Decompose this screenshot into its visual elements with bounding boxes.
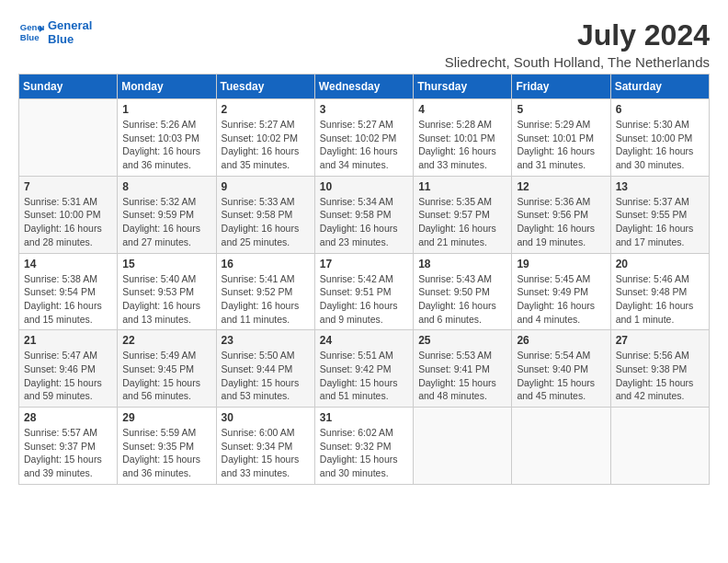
day-info: Sunrise: 5:28 AM Sunset: 10:01 PM Daylig…: [418, 118, 506, 172]
calendar-cell: 29Sunrise: 5:59 AM Sunset: 9:35 PM Dayli…: [118, 408, 216, 485]
calendar-week-row: 1Sunrise: 5:26 AM Sunset: 10:03 PM Dayli…: [19, 99, 710, 177]
calendar-cell: 20Sunrise: 5:46 AM Sunset: 9:48 PM Dayli…: [610, 253, 709, 330]
day-info: Sunrise: 5:56 AM Sunset: 9:38 PM Dayligh…: [616, 349, 704, 403]
day-number: 31: [320, 411, 408, 424]
day-info: Sunrise: 5:50 AM Sunset: 9:44 PM Dayligh…: [222, 349, 310, 403]
calendar-cell: 10Sunrise: 5:34 AM Sunset: 9:58 PM Dayli…: [314, 176, 413, 253]
calendar-cell: 1Sunrise: 5:26 AM Sunset: 10:03 PM Dayli…: [118, 99, 216, 177]
calendar-cell: 25Sunrise: 5:53 AM Sunset: 9:41 PM Dayli…: [414, 330, 512, 408]
day-info: Sunrise: 5:51 AM Sunset: 9:42 PM Dayligh…: [320, 349, 408, 403]
day-info: Sunrise: 5:49 AM Sunset: 9:45 PM Dayligh…: [122, 349, 210, 403]
calendar-cell: 4Sunrise: 5:28 AM Sunset: 10:01 PM Dayli…: [414, 99, 512, 177]
day-number: 17: [320, 258, 408, 270]
month-year: July 2024: [445, 18, 710, 52]
day-number: 2: [222, 103, 310, 116]
day-number: 1: [122, 103, 210, 116]
day-number: 19: [517, 258, 605, 270]
day-info: Sunrise: 5:38 AM Sunset: 9:54 PM Dayligh…: [24, 272, 112, 327]
day-number: 14: [24, 258, 112, 270]
logo-general: General: [48, 18, 92, 32]
day-info: Sunrise: 5:29 AM Sunset: 10:01 PM Daylig…: [517, 118, 605, 172]
day-number: 20: [616, 258, 704, 270]
logo-blue: Blue: [48, 32, 92, 46]
column-header-monday: Monday: [118, 75, 216, 99]
day-info: Sunrise: 5:33 AM Sunset: 9:58 PM Dayligh…: [222, 195, 310, 249]
calendar-cell: 30Sunrise: 6:00 AM Sunset: 9:34 PM Dayli…: [216, 408, 314, 485]
day-number: 6: [616, 103, 704, 116]
day-number: 10: [320, 180, 408, 193]
calendar-cell: 23Sunrise: 5:50 AM Sunset: 9:44 PM Dayli…: [216, 330, 314, 408]
calendar-cell: [19, 99, 118, 177]
day-number: 13: [616, 180, 704, 193]
day-number: 21: [24, 334, 112, 347]
day-info: Sunrise: 5:26 AM Sunset: 10:03 PM Daylig…: [122, 118, 210, 172]
day-number: 15: [122, 258, 210, 270]
calendar-cell: 24Sunrise: 5:51 AM Sunset: 9:42 PM Dayli…: [314, 330, 413, 408]
day-number: 8: [122, 180, 210, 193]
day-info: Sunrise: 5:41 AM Sunset: 9:52 PM Dayligh…: [222, 272, 310, 327]
day-info: Sunrise: 5:53 AM Sunset: 9:41 PM Dayligh…: [418, 349, 506, 403]
day-info: Sunrise: 5:43 AM Sunset: 9:50 PM Dayligh…: [418, 272, 506, 327]
calendar-cell: 27Sunrise: 5:56 AM Sunset: 9:38 PM Dayli…: [610, 330, 709, 408]
day-info: Sunrise: 5:37 AM Sunset: 9:55 PM Dayligh…: [616, 195, 704, 249]
day-number: 28: [24, 411, 112, 424]
day-info: Sunrise: 5:42 AM Sunset: 9:51 PM Dayligh…: [320, 272, 408, 327]
calendar-cell: 11Sunrise: 5:35 AM Sunset: 9:57 PM Dayli…: [414, 176, 512, 253]
title-area: July 2024 Sliedrecht, South Holland, The…: [445, 18, 710, 70]
day-number: 23: [222, 334, 310, 347]
day-number: 5: [517, 103, 605, 116]
column-header-tuesday: Tuesday: [216, 75, 314, 99]
calendar-header-row: SundayMondayTuesdayWednesdayThursdayFrid…: [19, 75, 710, 99]
column-header-saturday: Saturday: [610, 75, 709, 99]
calendar-cell: 19Sunrise: 5:45 AM Sunset: 9:49 PM Dayli…: [512, 253, 610, 330]
calendar-week-row: 14Sunrise: 5:38 AM Sunset: 9:54 PM Dayli…: [19, 253, 710, 330]
logo-icon: General Blue: [18, 19, 44, 45]
calendar-week-row: 21Sunrise: 5:47 AM Sunset: 9:46 PM Dayli…: [19, 330, 710, 408]
calendar-week-row: 28Sunrise: 5:57 AM Sunset: 9:37 PM Dayli…: [19, 408, 710, 485]
day-number: 30: [222, 411, 310, 424]
day-number: 25: [418, 334, 506, 347]
day-number: 27: [616, 334, 704, 347]
location: Sliedrecht, South Holland, The Netherlan…: [445, 54, 710, 70]
day-number: 12: [517, 180, 605, 193]
calendar-cell: 21Sunrise: 5:47 AM Sunset: 9:46 PM Dayli…: [19, 330, 118, 408]
column-header-friday: Friday: [512, 75, 610, 99]
day-number: 11: [418, 180, 506, 193]
day-info: Sunrise: 5:40 AM Sunset: 9:53 PM Dayligh…: [122, 272, 210, 327]
calendar-cell: 15Sunrise: 5:40 AM Sunset: 9:53 PM Dayli…: [118, 253, 216, 330]
calendar-cell: [512, 408, 610, 485]
day-info: Sunrise: 5:59 AM Sunset: 9:35 PM Dayligh…: [122, 426, 210, 480]
day-info: Sunrise: 5:45 AM Sunset: 9:49 PM Dayligh…: [517, 272, 605, 327]
day-number: 22: [122, 334, 210, 347]
day-number: 4: [418, 103, 506, 116]
day-info: Sunrise: 5:34 AM Sunset: 9:58 PM Dayligh…: [320, 195, 408, 249]
svg-text:Blue: Blue: [20, 32, 40, 42]
calendar-cell: 9Sunrise: 5:33 AM Sunset: 9:58 PM Daylig…: [216, 176, 314, 253]
calendar-cell: 8Sunrise: 5:32 AM Sunset: 9:59 PM Daylig…: [118, 176, 216, 253]
calendar-cell: 7Sunrise: 5:31 AM Sunset: 10:00 PM Dayli…: [19, 176, 118, 253]
calendar-week-row: 7Sunrise: 5:31 AM Sunset: 10:00 PM Dayli…: [19, 176, 710, 253]
day-number: 18: [418, 258, 506, 270]
calendar-cell: 17Sunrise: 5:42 AM Sunset: 9:51 PM Dayli…: [314, 253, 413, 330]
day-info: Sunrise: 5:54 AM Sunset: 9:40 PM Dayligh…: [517, 349, 605, 403]
calendar-table: SundayMondayTuesdayWednesdayThursdayFrid…: [18, 74, 710, 485]
day-number: 24: [320, 334, 408, 347]
day-number: 29: [122, 411, 210, 424]
day-number: 3: [320, 103, 408, 116]
day-info: Sunrise: 5:36 AM Sunset: 9:56 PM Dayligh…: [517, 195, 605, 249]
logo: General Blue General Blue: [18, 18, 92, 46]
calendar-cell: 16Sunrise: 5:41 AM Sunset: 9:52 PM Dayli…: [216, 253, 314, 330]
header: General Blue General Blue July 2024 Slie…: [18, 18, 710, 70]
calendar-cell: 26Sunrise: 5:54 AM Sunset: 9:40 PM Dayli…: [512, 330, 610, 408]
day-info: Sunrise: 5:46 AM Sunset: 9:48 PM Dayligh…: [616, 272, 704, 327]
calendar-cell: 13Sunrise: 5:37 AM Sunset: 9:55 PM Dayli…: [610, 176, 709, 253]
calendar-cell: [414, 408, 512, 485]
calendar-cell: 31Sunrise: 6:02 AM Sunset: 9:32 PM Dayli…: [314, 408, 413, 485]
day-number: 16: [222, 258, 310, 270]
column-header-wednesday: Wednesday: [314, 75, 413, 99]
day-info: Sunrise: 5:57 AM Sunset: 9:37 PM Dayligh…: [24, 426, 112, 480]
day-info: Sunrise: 6:02 AM Sunset: 9:32 PM Dayligh…: [320, 426, 408, 480]
day-info: Sunrise: 5:35 AM Sunset: 9:57 PM Dayligh…: [418, 195, 506, 249]
calendar-cell: 22Sunrise: 5:49 AM Sunset: 9:45 PM Dayli…: [118, 330, 216, 408]
calendar-cell: 6Sunrise: 5:30 AM Sunset: 10:00 PM Dayli…: [610, 99, 709, 177]
